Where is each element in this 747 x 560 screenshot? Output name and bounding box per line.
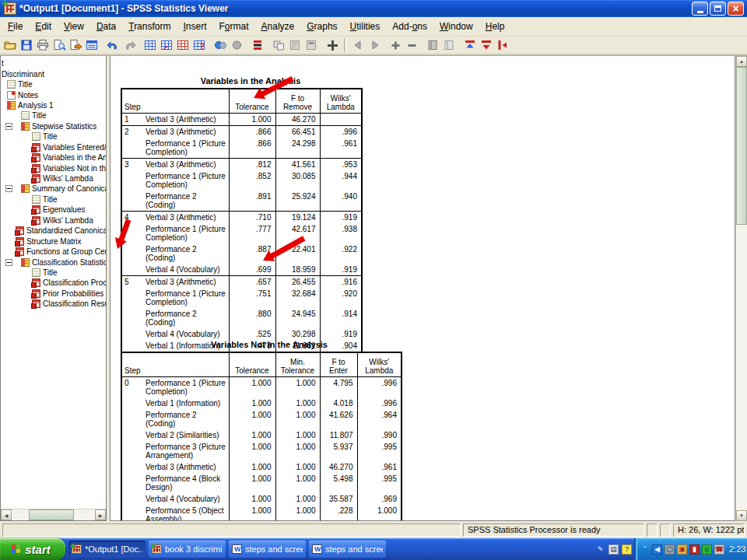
minimize-button[interactable]: [692, 2, 708, 16]
menu-addons[interactable]: Add-ons: [386, 19, 433, 34]
toolbar-collapse-icon[interactable]: [404, 37, 420, 53]
menu-graphs[interactable]: Graphs: [300, 19, 343, 34]
table-row: Verbal 3 (Arithmetic)1.0001.00046.270.96…: [121, 461, 402, 473]
tray-monitor-icon[interactable]: ▢: [665, 544, 675, 555]
scroll-right-arrow[interactable]: ▶: [95, 509, 106, 520]
outline-item-standardized-canonical-dis[interactable]: Standardized Canonical Dis: [1, 226, 106, 236]
toolbar-print-preview-icon[interactable]: [51, 37, 68, 53]
tree-collapse-icon[interactable]: [5, 123, 12, 130]
toolbar-goto-data-icon[interactable]: [142, 37, 159, 53]
toolbar-export-output-icon[interactable]: [68, 37, 84, 53]
tray-keyboard-icon[interactable]: ▤: [608, 544, 619, 555]
toolbar-insert-heading-icon[interactable]: [287, 37, 303, 53]
outline-item-prior-probabilities-for-g[interactable]: Prior Probabilities for G: [1, 289, 106, 299]
toolbar-insert-title-icon[interactable]: [303, 37, 320, 53]
toolbar-expand-icon[interactable]: [388, 37, 404, 53]
taskbar-task-4[interactable]: steps and scree...: [309, 541, 386, 558]
toolbar-select-last-output-icon[interactable]: [250, 37, 266, 53]
outline-item-discriminant[interactable]: Discriminant: [1, 68, 106, 79]
toolbar-change-level-icon[interactable]: [495, 37, 511, 53]
outline-item-variables-not-in-the-an[interactable]: Variables Not in the An: [1, 163, 106, 173]
menu-data[interactable]: Data: [90, 19, 122, 34]
outline-item-t[interactable]: t: [1, 58, 106, 68]
menu-insert[interactable]: Insert: [177, 19, 212, 34]
menu-help[interactable]: Help: [479, 19, 511, 34]
toolbar-save-icon[interactable]: [19, 37, 35, 53]
tree-collapse-icon[interactable]: [5, 185, 12, 192]
outline-item-eigenvalues[interactable]: Eigenvalues: [1, 205, 106, 215]
menu-transform[interactable]: Transform: [122, 19, 177, 34]
outline-item-analysis-1[interactable]: Analysis 1: [1, 100, 106, 110]
toolbar-find-icon[interactable]: ?: [191, 37, 208, 53]
pivot-table-variables-not-in-analysis[interactable]: Variables Not in the Analysis StepTolera…: [121, 340, 418, 521]
scrollbar-thumb[interactable]: [29, 509, 74, 520]
tree-collapse-icon[interactable]: [5, 259, 12, 266]
close-button[interactable]: ×: [728, 2, 744, 16]
toolbar-undo-icon[interactable]: [105, 37, 121, 53]
toolbar-promote-icon[interactable]: [462, 37, 479, 53]
outline-item-classification-statistics[interactable]: Classification Statistics: [1, 257, 106, 267]
value-cell: 1.000: [275, 397, 320, 409]
outline-item-wilks-lambda[interactable]: Wilks' Lambda: [1, 173, 106, 184]
toolbar-show-all-icon[interactable]: [229, 37, 245, 53]
outline-item-summary-of-canonical-disc[interactable]: Summary of Canonical Disc: [1, 184, 106, 194]
menu-file[interactable]: File: [2, 19, 29, 34]
toolbar-recall-dialog-icon[interactable]: [84, 37, 100, 53]
outline-item-title[interactable]: Title: [1, 194, 106, 205]
toolbar-show-books-icon[interactable]: [425, 37, 441, 53]
menu-analyze[interactable]: Analyze: [255, 19, 301, 34]
outline-item-wilks-lambda[interactable]: Wilks' Lambda: [1, 215, 106, 226]
outline-item-title[interactable]: Title: [1, 268, 106, 278]
toolbar-next-output-icon[interactable]: [366, 37, 383, 53]
output-content-pane[interactable]: Variables in the Analysis StepToleranceF…: [110, 56, 735, 521]
outline-item-title[interactable]: Title: [1, 131, 106, 142]
scrollbar-thumb[interactable]: [736, 67, 747, 225]
pivot-table-variables-in-analysis[interactable]: Variables in the Analysis StepToleranceF…: [121, 76, 381, 353]
taskbar-task-2[interactable]: book 3 discrimin...: [149, 541, 226, 558]
scroll-left-arrow[interactable]: ◀: [1, 509, 12, 520]
start-button[interactable]: start: [0, 538, 65, 560]
toolbar-variables-icon[interactable]: [175, 37, 191, 53]
outline-item-title[interactable]: Title: [1, 110, 106, 121]
toolbar-open-file-icon[interactable]: [2, 37, 19, 53]
toolbar-insert-text-icon[interactable]: [324, 37, 341, 53]
toolbar-goto-case-icon[interactable]: [159, 37, 175, 53]
taskbar-task-3[interactable]: steps and scree...: [229, 541, 306, 558]
toolbar-demote-icon[interactable]: [479, 37, 495, 53]
menu-edit[interactable]: Edit: [29, 19, 58, 34]
menu-window[interactable]: Window: [433, 19, 479, 34]
tray-hide-arrows-icon[interactable]: ◀: [652, 544, 662, 555]
outline-horizontal-scrollbar[interactable]: ◀ ▶: [1, 509, 106, 520]
toolbar-previous-output-icon[interactable]: [350, 37, 366, 53]
tray-chevron-icon[interactable]: ˆ: [640, 544, 650, 555]
tray-alert-icon[interactable]: ▮: [689, 544, 700, 555]
outline-item-variables-in-the-analys[interactable]: Variables in the Analys: [1, 152, 106, 163]
scroll-down-arrow[interactable]: ▼: [736, 510, 747, 521]
toolbar-print-icon[interactable]: [35, 37, 51, 53]
menu-format[interactable]: Format: [213, 19, 255, 34]
toolbar-designate-window-icon[interactable]: [271, 37, 287, 53]
toolbar-redo-icon[interactable]: [121, 37, 138, 53]
taskbar-task-1[interactable]: *Output1 [Doc...: [68, 541, 146, 558]
toolbar-hide-books-icon[interactable]: [441, 37, 458, 53]
tray-image-icon[interactable]: ▣: [677, 544, 687, 555]
tray-pen-icon[interactable]: ✎: [595, 544, 605, 555]
restore-button[interactable]: [710, 2, 726, 16]
menu-utilities[interactable]: Utilities: [344, 19, 387, 34]
column-header: Wilks'Lambda: [320, 89, 362, 114]
outline-item-structure-matrix[interactable]: Structure Matrix: [1, 236, 106, 246]
menu-view[interactable]: View: [58, 19, 90, 34]
outline-item-notes[interactable]: Notes: [1, 89, 106, 100]
vertical-scrollbar[interactable]: ▲ ▼: [735, 56, 747, 521]
toolbar-use-variable-sets-icon[interactable]: [212, 37, 229, 53]
scroll-up-arrow[interactable]: ▲: [736, 56, 747, 67]
outline-item-title[interactable]: Title: [1, 79, 106, 89]
tray-network-icon[interactable]: ψ: [702, 544, 712, 555]
tray-help-icon[interactable]: ?: [622, 544, 632, 555]
outline-item-stepwise-statistics[interactable]: Stepwise Statistics: [1, 121, 106, 131]
outline-item-classification-process[interactable]: Classification Process: [1, 278, 106, 288]
tray-phone-icon[interactable]: ☎: [714, 544, 724, 555]
outline-item-classification-results[interactable]: Classification Results: [1, 299, 106, 309]
outline-item-variables-entered-rem[interactable]: Variables Entered/Rem: [1, 142, 106, 152]
outline-item-functions-at-group-centroid[interactable]: Functions at Group Centroid: [1, 247, 106, 257]
